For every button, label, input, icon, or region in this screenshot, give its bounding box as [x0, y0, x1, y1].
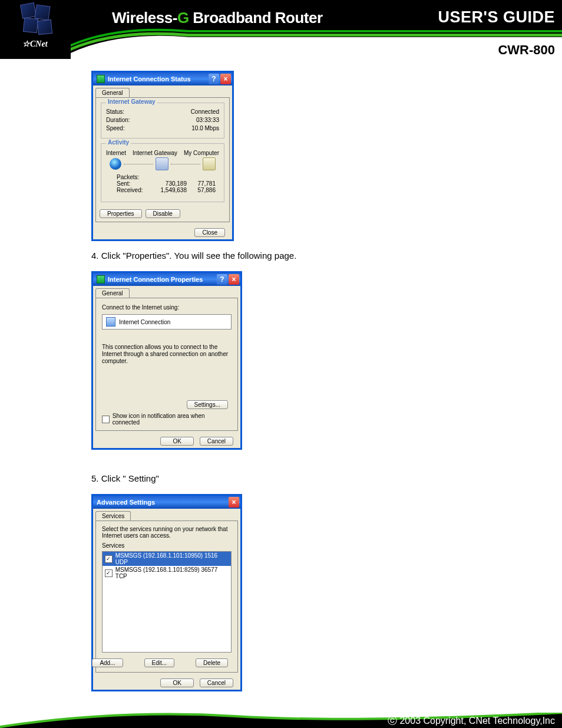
title-text-a: Wireless-: [112, 9, 177, 27]
show-icon-checkbox[interactable]: [102, 416, 110, 423]
status-label: Status:: [106, 108, 191, 115]
window-icon: [97, 275, 105, 284]
title-text-g: G: [177, 9, 189, 27]
step-4-text: 4. Click "Properties". You will see the …: [91, 251, 562, 261]
group-activity-legend: Activity: [106, 139, 131, 146]
tab-general[interactable]: General: [95, 88, 130, 97]
status-dialog: Internet Connection Status ? × General I…: [91, 71, 234, 241]
delete-button[interactable]: Delete: [196, 658, 228, 667]
activity-computer: My Computer: [184, 150, 219, 156]
title-text-b: Broadband Router: [189, 9, 323, 27]
step-5-text: 5. Click " Setting": [91, 473, 562, 483]
add-button[interactable]: Add...: [92, 658, 123, 667]
activity-internet: Internet: [106, 150, 126, 156]
copyright-text: ⓒ 2003 Copyright, CNet Technology,Inc: [388, 715, 555, 727]
page-content: Internet Connection Status ? × General I…: [0, 59, 562, 691]
duration-label: Duration:: [106, 117, 196, 123]
settings-button[interactable]: Settings...: [187, 400, 228, 409]
properties-dialog-titlebar[interactable]: Internet Connection Properties ? ×: [93, 273, 240, 286]
brand-label: ☆CNet: [22, 39, 48, 49]
packets-gw-recv: 1,549,638: [158, 187, 187, 193]
properties-button[interactable]: Properties: [100, 209, 142, 218]
tab-services[interactable]: Services: [95, 511, 131, 521]
model-label: CWR-800: [498, 42, 555, 58]
advanced-dialog-titlebar[interactable]: Advanced Settings ×: [93, 496, 240, 509]
connect-label: Connect to the Internet using:: [102, 304, 232, 311]
services-label: Services: [102, 542, 232, 549]
connection-description: This connection allows you to connect to…: [102, 344, 232, 365]
activity-gateway: Internet Gateway: [133, 150, 177, 156]
cancel-button[interactable]: Cancel: [200, 678, 233, 687]
ok-button[interactable]: OK: [160, 437, 193, 446]
help-button[interactable]: ?: [209, 74, 219, 84]
tab-general[interactable]: General: [95, 288, 130, 298]
ok-button[interactable]: OK: [160, 678, 193, 687]
guide-label: USER'S GUIDE: [438, 8, 555, 27]
globe-icon: [110, 158, 121, 170]
packets-sent-label: Sent:: [117, 180, 158, 187]
status-value: Connected: [191, 108, 219, 115]
packets-label: Packets:: [117, 174, 158, 180]
service-item-0[interactable]: ✓ MSMSGS (192.168.1.101:10950) 1516 UDP: [103, 552, 231, 566]
page-header: Wireless-G Broadband Router USER'S GUIDE…: [0, 0, 562, 59]
advanced-dialog: Advanced Settings × Services Select the …: [91, 494, 242, 691]
connect-value: Internet Connection: [119, 319, 170, 325]
service-item-1-checkbox[interactable]: ✓: [105, 569, 113, 577]
header-swoosh: [71, 27, 562, 59]
group-activity: Activity Internet Internet Gateway My Co…: [101, 143, 224, 202]
service-item-1[interactable]: ✓ MSMSGS (192.168.1.101:8259) 36577 TCP: [103, 566, 231, 580]
status-dialog-titlebar[interactable]: Internet Connection Status ? ×: [93, 73, 232, 85]
close-dialog-button[interactable]: Close: [194, 228, 225, 237]
services-list[interactable]: ✓ MSMSGS (192.168.1.101:10950) 1516 UDP …: [102, 551, 232, 653]
group-gateway-legend: Internet Gateway: [106, 98, 157, 105]
properties-dialog-title: Internet Connection Properties: [108, 276, 203, 283]
status-dialog-title: Internet Connection Status: [108, 75, 191, 83]
cancel-button[interactable]: Cancel: [200, 437, 233, 446]
service-item-0-label: MSMSGS (192.168.1.101:10950) 1516 UDP: [115, 552, 229, 565]
properties-dialog: Internet Connection Properties ? × Gener…: [91, 271, 242, 450]
product-title: Wireless-G Broadband Router: [112, 9, 323, 27]
packets-recv-label: Received:: [117, 187, 158, 193]
connect-field[interactable]: Internet Connection: [102, 314, 232, 330]
window-icon: [97, 75, 105, 83]
gateway-icon: [156, 157, 168, 170]
service-item-1-label: MSMSGS (192.168.1.101:8259) 36577 TCP: [115, 566, 229, 579]
group-internet-gateway: Internet Gateway Status:Connected Durati…: [101, 103, 224, 139]
close-button[interactable]: ×: [220, 74, 231, 84]
duration-value: 03:33:33: [196, 117, 219, 123]
page-footer: ⓒ 2003 Copyright, CNet Technology,Inc: [0, 713, 562, 728]
close-button[interactable]: ×: [229, 274, 239, 285]
close-button[interactable]: ×: [229, 497, 239, 508]
logo-icon: [21, 4, 53, 35]
computer-icon: [203, 157, 216, 170]
connection-icon: [106, 317, 115, 327]
edit-button[interactable]: Edit...: [144, 658, 175, 667]
speed-value: 10.0 Mbps: [191, 125, 219, 131]
help-button[interactable]: ?: [217, 274, 227, 285]
speed-label: Speed:: [106, 125, 191, 131]
advanced-dialog-title: Advanced Settings: [97, 499, 155, 506]
disable-button[interactable]: Disable: [146, 209, 180, 218]
show-icon-label: Show icon in notification area when conn…: [113, 413, 232, 426]
service-item-0-checkbox[interactable]: ✓: [105, 555, 113, 563]
packets-gw-sent: 730,189: [158, 180, 187, 187]
services-instructions: Select the services running on your netw…: [102, 526, 232, 539]
packets-pc-sent: 77,781: [187, 180, 216, 187]
packets-pc-recv: 57,886: [187, 187, 216, 193]
